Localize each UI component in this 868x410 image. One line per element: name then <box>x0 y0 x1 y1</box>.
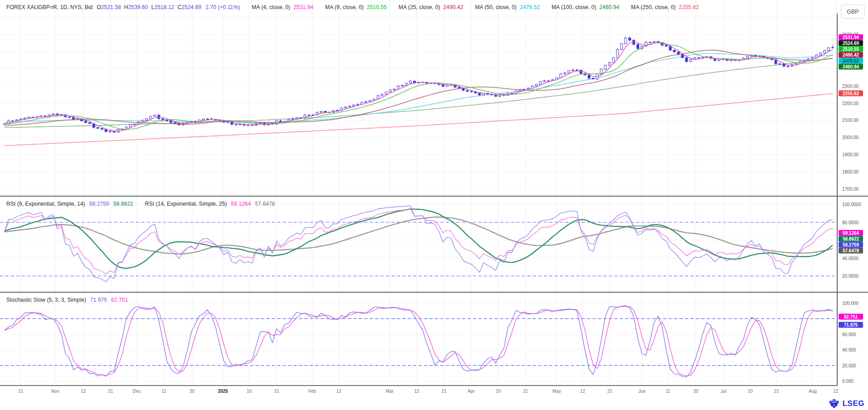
rsi-legend-segment: 58.8622 <box>113 201 133 207</box>
stoch-legend-segment: 82.751 <box>111 297 128 303</box>
main-legend-segment: 2521.58 <box>101 4 121 10</box>
rsi-legend-segment: RSI (14, Exponential, Simple, 25) <box>145 201 227 207</box>
main-legend-segment: 2460.94 <box>599 4 619 10</box>
main-legend-segment: MA (100, close, 0) <box>552 4 597 10</box>
rsi-legend-segment: 57.6478 <box>255 201 275 207</box>
currency-label: GBP <box>847 9 858 15</box>
stochastic-legend[interactable]: Stochastic Slow (5, 3, 3, Simple)71.9758… <box>6 297 128 303</box>
currency-axis-button[interactable]: GBP <box>841 5 865 19</box>
rsi-legend[interactable]: RSI (9, Exponential, Simple, 14)58.27595… <box>6 201 275 207</box>
main-legend-segment: 2539.60 <box>128 4 148 10</box>
main-legend-segment: MA (9, close, 0) <box>325 4 364 10</box>
main-legend-segment: O <box>97 4 101 10</box>
main-legend-segment: MA (50, close, 0) <box>475 4 517 10</box>
main-chart-legend[interactable]: FOREX XAUGBP=R, 1D, NYS, BidO2521.58H253… <box>6 4 699 10</box>
rsi-legend-segment: RSI (9, Exponential, Simple, 14) <box>6 201 85 207</box>
main-legend-segment: FOREX XAUGBP=R, 1D, NYS, Bid <box>6 4 93 10</box>
main-legend-segment: 2518.12 <box>154 4 174 10</box>
rsi-legend-segment: 58.2759 <box>89 201 109 207</box>
main-legend-segment: 2478.52 <box>520 4 540 10</box>
main-legend-segment: 2510.55 <box>367 4 387 10</box>
main-legend-segment: 2531.94 <box>294 4 313 10</box>
main-legend-segment: C <box>178 4 182 10</box>
main-legend-segment: 2490.42 <box>444 4 463 10</box>
trading-chart-app: { "currency_button": {"label": "GBP"}, "… <box>0 0 868 410</box>
main-legend-segment: 2255.62 <box>679 4 699 10</box>
stoch-legend-segment: Stochastic Slow (5, 3, 3, Simple) <box>6 297 86 303</box>
main-legend-segment: 2.70 (+0.11%) <box>206 4 240 10</box>
main-legend-segment: L <box>151 4 154 10</box>
main-legend-segment: H <box>124 4 128 10</box>
main-legend-segment: MA (250, close, 0) <box>631 4 676 10</box>
main-legend-segment: 2524.69 <box>182 4 202 10</box>
main-legend-segment: MA (4, close, 0) <box>252 4 290 10</box>
stoch-legend-segment: 71.975 <box>90 297 107 303</box>
rsi-legend-segment: 59.1264 <box>231 201 251 207</box>
main-legend-segment: MA (25, close, 0) <box>399 4 440 10</box>
